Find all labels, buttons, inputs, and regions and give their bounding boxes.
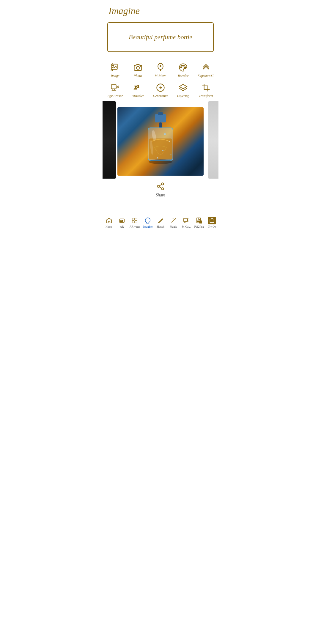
svg-rect-20	[158, 112, 163, 115]
tool-generative-label: Generative	[153, 94, 168, 98]
nav-ar-label: AR	[120, 225, 124, 228]
carousel-right-preview	[208, 101, 218, 179]
svg-rect-40	[135, 218, 137, 220]
tools-row-2: Bgr Eraser X 2 Upscaler	[104, 80, 217, 100]
imagine-icon	[144, 217, 152, 224]
upscaler-icon: X 2	[133, 82, 143, 93]
main-image[interactable]	[117, 107, 204, 176]
svg-point-1	[113, 65, 114, 66]
header: Imagine	[103, 0, 218, 19]
svg-point-7	[182, 65, 183, 66]
svg-rect-42	[135, 221, 137, 223]
svg-text:AR: AR	[120, 220, 123, 222]
svg-point-31	[149, 159, 172, 164]
tool-upscaler-label: Upscaler	[131, 94, 144, 98]
nav-arvatar[interactable]: AR-vatar	[129, 217, 140, 228]
svg-rect-39	[132, 218, 134, 220]
svg-point-34	[162, 188, 164, 190]
svg-point-3	[140, 66, 141, 67]
balloon-icon	[155, 62, 166, 73]
tool-transform-label: Transform	[199, 94, 213, 98]
tools-row-1: Image Photo	[104, 60, 217, 80]
share-label: Share	[156, 193, 165, 198]
layers-icon	[178, 82, 188, 93]
prompt-text: Beautiful perfume bottle	[129, 33, 192, 41]
sketch-icon	[157, 217, 164, 224]
carousel-left-preview	[103, 101, 116, 179]
share-section: Share	[103, 179, 218, 199]
eraser-icon	[110, 82, 120, 93]
crop-icon	[201, 82, 211, 93]
svg-rect-10	[111, 85, 116, 89]
nav-mca[interactable]: M-Ca...	[181, 217, 192, 228]
prompt-box[interactable]: Beautiful perfume bottle	[107, 22, 214, 52]
nav-magic[interactable]: Magic	[168, 217, 179, 228]
camera-icon	[133, 62, 143, 73]
app-title: Imagine	[108, 5, 213, 16]
tool-m-move[interactable]: M-Move	[152, 62, 169, 78]
tool-transform[interactable]: Transform	[197, 82, 215, 98]
tool-layering-label: Layering	[177, 94, 190, 98]
tools-section: Image Photo	[103, 57, 218, 101]
svg-rect-19	[155, 114, 166, 122]
tool-bgr-eraser-label: Bgr Eraser	[107, 94, 122, 98]
nav-arvatar-label: AR-vatar	[130, 225, 140, 228]
nav-pdf2png[interactable]: PDF P Pdf2Png	[193, 217, 205, 228]
tool-generative[interactable]: Generative	[152, 82, 169, 98]
ar-icon: AR	[118, 217, 126, 224]
carousel-section	[103, 101, 218, 179]
tool-image-label: Image	[111, 74, 119, 78]
tool-image[interactable]: Image	[106, 62, 124, 78]
prompt-section: Beautiful perfume bottle	[103, 19, 218, 57]
pdf-icon: PDF P	[195, 217, 203, 224]
tool-recolor[interactable]: Recolor	[174, 62, 192, 78]
home-icon	[105, 217, 113, 224]
nav-magic-label: Magic	[170, 225, 177, 228]
nav-try-on[interactable]: Try On	[206, 217, 218, 228]
nav-mca-label: M-Ca...	[182, 225, 191, 228]
chevron-up-double-icon	[201, 62, 211, 73]
svg-rect-41	[132, 221, 134, 223]
nav-pdf2png-label: Pdf2Png	[194, 225, 204, 228]
image-icon	[110, 62, 120, 73]
nav-sketch-label: Sketch	[157, 225, 164, 228]
nav-try-on-label: Try On	[208, 225, 216, 228]
nav-home-label: Home	[106, 225, 112, 228]
svg-point-30	[171, 155, 171, 155]
svg-point-26	[164, 133, 166, 135]
tool-photo[interactable]: Photo	[129, 62, 147, 78]
arvatar-icon	[131, 217, 139, 224]
tool-exposurex2[interactable]: ExposureX2	[197, 62, 215, 78]
nav-ar[interactable]: AR AR	[116, 217, 128, 228]
tool-upscaler[interactable]: X 2 Upscaler	[129, 82, 147, 98]
magic-icon	[169, 217, 177, 224]
svg-point-28	[162, 150, 163, 151]
tool-exposurex2-label: ExposureX2	[198, 74, 214, 78]
nav-home[interactable]: Home	[103, 217, 115, 228]
svg-point-33	[158, 185, 160, 188]
svg-point-29	[157, 157, 158, 158]
tool-m-move-label: M-Move	[155, 74, 166, 78]
send-icon	[155, 82, 166, 93]
svg-text:2: 2	[137, 85, 139, 88]
bottom-nav: Home AR AR AR-vatar	[103, 214, 218, 232]
perfume-bottle-image	[117, 107, 204, 176]
app-container: Imagine Beautiful perfume bottle	[103, 0, 218, 232]
svg-point-8	[183, 65, 185, 66]
tool-bgr-eraser[interactable]: Bgr Eraser	[106, 82, 124, 98]
nav-imagine[interactable]: Imagine	[142, 217, 153, 228]
svg-point-6	[181, 67, 182, 68]
svg-text:X: X	[134, 85, 137, 90]
share-button[interactable]	[156, 182, 165, 192]
nav-imagine-label: Imagine	[143, 225, 152, 228]
tool-recolor-label: Recolor	[178, 74, 188, 78]
svg-line-36	[159, 185, 162, 186]
nav-sketch[interactable]: Sketch	[155, 217, 166, 228]
svg-point-32	[162, 183, 164, 185]
tryon-icon	[208, 217, 216, 224]
tool-photo-label: Photo	[134, 74, 142, 78]
svg-rect-21	[159, 122, 162, 128]
palette-icon	[178, 62, 188, 73]
svg-point-2	[136, 66, 139, 69]
tool-layering[interactable]: Layering	[174, 82, 192, 98]
